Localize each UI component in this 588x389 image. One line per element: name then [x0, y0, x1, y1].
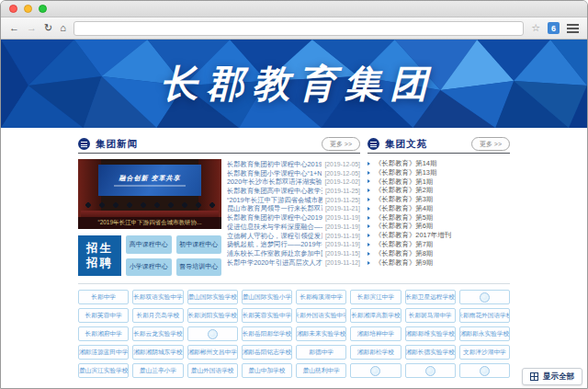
- minimize-window-button[interactable]: [24, 5, 32, 13]
- course-center-button[interactable]: 高中课程中心: [126, 235, 172, 254]
- literature-item-title: 《长郡教育》第3期: [375, 195, 433, 204]
- news-list-item[interactable]: 长郡教育集团初中课程中心2019年教学开放周活... [2019-11-19]: [227, 213, 360, 223]
- news-list-item[interactable]: 长郡教育集团小学课程中心“1+N”课程体系列... [2019-12-05]: [227, 169, 360, 178]
- news-item-title: 长郡教育集团初中课程中心2019年教学研讨活动...: [227, 160, 322, 169]
- news-list-item[interactable]: 扬帆起航，追梦同行——2019年长郡教育集团赴... [2019-11-19]: [227, 240, 360, 249]
- news-list-item[interactable]: 长郡中学2020年引进高层次人才公告 [2019-11-12]: [227, 258, 360, 268]
- browser-menu-icon[interactable]: [567, 24, 579, 33]
- school-link[interactable]: 麓山国际实验学校: [187, 290, 238, 304]
- school-link[interactable]: 长郡岳阳郡华学校: [242, 326, 292, 341]
- literature-list-item[interactable]: 《长郡教育》第13期: [368, 168, 510, 177]
- close-window-button[interactable]: [9, 5, 17, 13]
- literature-list-item[interactable]: 《长郡教育》第3期: [368, 195, 510, 204]
- school-link[interactable]: [405, 363, 456, 378]
- news-list-item[interactable]: 立德树人守初心，课程引领促发展——长郡教育... [2019-11-19]: [227, 232, 360, 241]
- school-link[interactable]: [459, 363, 510, 378]
- school-link[interactable]: 湘郡涟源蓝田中学: [78, 345, 129, 360]
- literature-list-item[interactable]: 《长郡教育》第8期: [368, 249, 510, 258]
- school-link[interactable]: [187, 326, 238, 341]
- school-link[interactable]: 长郡卫星远程学校: [405, 290, 456, 304]
- school-name: 长郡芙蓉中学: [85, 312, 122, 320]
- school-name: 文郡洋沙湖中学: [463, 349, 506, 357]
- tab-count-badge[interactable]: 6: [548, 22, 560, 34]
- school-link[interactable]: [350, 363, 401, 378]
- literature-list-item[interactable]: 《长郡教育》第14期: [368, 159, 510, 168]
- school-link[interactable]: 湘郡郴州文昌中学: [187, 345, 238, 360]
- school-link[interactable]: 长郡双语实验中学: [132, 290, 183, 304]
- literature-list-item[interactable]: 《长郡教育》第7期: [368, 240, 510, 249]
- literature-item-title: 《长郡教育》第2期: [375, 186, 433, 195]
- school-link[interactable]: 麓山滨江实验学校: [78, 363, 129, 378]
- school-link[interactable]: 长郡月亮岛学校: [132, 308, 183, 323]
- news-list-item[interactable]: 促进信息技术与学科深度融合——长郡教育集团... [2019-11-19]: [227, 223, 360, 232]
- course-center-button[interactable]: 小学课程中心: [126, 258, 172, 277]
- school-link[interactable]: 湘郡培粹中学: [350, 326, 401, 341]
- news-more-button[interactable]: 更多 >>: [322, 137, 360, 151]
- school-link[interactable]: 长郡云龙实验学校: [132, 326, 183, 341]
- school-link[interactable]: 长郡滨江中学: [350, 290, 401, 304]
- school-link[interactable]: 长郡湘府中学: [78, 326, 129, 341]
- admissions-line2: 招聘: [86, 256, 113, 270]
- news-item-date: [2019-12-02]: [324, 178, 360, 185]
- home-icon[interactable]: ⌂: [60, 23, 66, 33]
- school-link[interactable]: 湘郡未来实验学校: [296, 326, 346, 341]
- course-center-button[interactable]: 督导培训中心: [176, 258, 222, 277]
- school-link[interactable]: 长郡外国语实验中学: [296, 308, 346, 323]
- school-link[interactable]: 长郡雨花外国语学校: [459, 308, 510, 323]
- school-link[interactable]: 麓山兰亭小学: [132, 363, 183, 378]
- school-link[interactable]: [459, 290, 510, 304]
- school-link[interactable]: 湘郡郡维实验学校: [405, 326, 456, 341]
- school-link[interactable]: 长郡芙蓉实验中学: [242, 308, 292, 323]
- show-all-button[interactable]: 显示全部: [522, 368, 582, 385]
- literature-list-item[interactable]: 《长郡教育》第5期: [368, 213, 510, 223]
- school-link[interactable]: 湘郡郡永实验学校: [459, 326, 510, 341]
- school-link[interactable]: 麓山慈利中学: [296, 363, 346, 378]
- news-item-title: 立德树人守初心，课程引领促发展——长郡教育...: [227, 232, 322, 241]
- admissions-recruitment-button[interactable]: 招生 招聘: [78, 235, 121, 276]
- school-link[interactable]: 文郡洋沙湖中学: [459, 345, 510, 360]
- news-list-item[interactable]: 浦东校长工作室教师赴京参加中国教育师德会议2... [2019-11-15]: [227, 249, 360, 258]
- school-link[interactable]: 长郡梅溪湖中学: [296, 290, 346, 304]
- school-link[interactable]: 长郡湘潭高新学校: [350, 308, 401, 323]
- literature-list-item[interactable]: 《长郡教育》第9期: [368, 258, 510, 268]
- literature-list-item[interactable]: 《长郡教育》第2期: [368, 186, 510, 195]
- address-bar-input[interactable]: [74, 21, 524, 36]
- literature-more-button[interactable]: 更多 >>: [471, 137, 510, 151]
- school-link[interactable]: 湘郡郡松学校: [350, 345, 401, 360]
- back-icon[interactable]: ←: [9, 23, 19, 33]
- school-link[interactable]: 郡德中学: [296, 345, 346, 360]
- photo-stage-screen: 融合创新 变革共享: [98, 165, 201, 196]
- news-list-item[interactable]: 长郡教育集团初中课程中心2019年教学研讨活动... [2019-12-05]: [227, 160, 360, 169]
- school-link[interactable]: 长郡中学: [78, 290, 129, 304]
- news-list-item[interactable]: 长郡教育集团高中课程中心教学开放日活动圆满... [2019-11-25]: [227, 187, 360, 196]
- school-link[interactable]: 湘郡岳阳铭志学校: [242, 345, 292, 360]
- school-link[interactable]: 湘郡湘阴城东学校: [132, 345, 183, 360]
- school-link[interactable]: 长郡浏阳实验学校: [187, 308, 238, 323]
- news-list-item[interactable]: “2019年长江中下游四省会城市教研协作体年会... [2019-11-25]: [227, 196, 360, 205]
- school-link[interactable]: 麓山外国语学校: [187, 363, 238, 378]
- reload-icon[interactable]: ↻: [44, 23, 52, 33]
- literature-list-item[interactable]: 《长郡教育》第4期: [368, 204, 510, 213]
- school-name: 长郡中学: [91, 293, 116, 302]
- bookmark-star-icon[interactable]: ☆: [531, 22, 540, 34]
- news-item-title: 扬帆起航，追梦同行——2019年长郡教育集团赴...: [227, 240, 322, 249]
- literature-list-item[interactable]: 《长郡教育》2017年增刊: [368, 231, 510, 240]
- school-link[interactable]: 湘郡长德实验学校: [405, 345, 456, 360]
- course-center-button[interactable]: 初中课程中心: [176, 235, 222, 254]
- featured-news-photo[interactable]: 融合创新 变革共享 “2019年长江中下游四省会城市教研协...: [78, 159, 221, 229]
- literature-list-item[interactable]: 《长郡教育》第1期: [368, 177, 510, 187]
- school-logo-icon: [208, 329, 218, 339]
- news-list-item[interactable]: 昆山市教育局领导一行来长郡双语中学考察 [2019-11-21]: [227, 204, 360, 213]
- zoom-window-button[interactable]: [39, 5, 47, 13]
- news-list-item[interactable]: 2020年长沙市长郡双语洋湖实验中学教师招聘简章 [2019-12-02]: [227, 177, 360, 187]
- browser-toolbar: ← → ↻ ⌂ ☆ 6: [1, 17, 587, 40]
- forward-icon[interactable]: →: [27, 23, 37, 33]
- literature-item-title: 《长郡教育》第8期: [375, 249, 433, 258]
- school-link[interactable]: 长郡芙蓉中学: [78, 308, 129, 323]
- caret-right-icon: [368, 261, 370, 265]
- school-link[interactable]: 长郡斑马湖中学: [405, 308, 456, 323]
- literature-list-item[interactable]: 《长郡教育》第6期: [368, 223, 510, 232]
- school-link[interactable]: 麓山国际实验小学: [242, 290, 292, 304]
- photo-head-table: [81, 211, 219, 217]
- school-link[interactable]: 麓山中加学校: [242, 363, 292, 378]
